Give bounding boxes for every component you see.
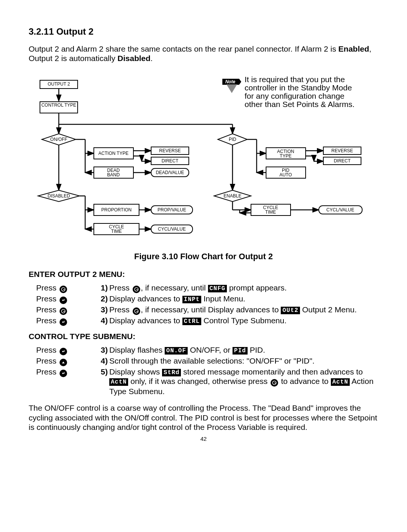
flow-reverse-left: REVERSE bbox=[159, 148, 181, 153]
menu1-steps: Press 1) Press , if necessary, until CNF… bbox=[29, 283, 378, 326]
flow-cyclvalue-right: CYCL/VALUE bbox=[326, 207, 354, 212]
note-word: Note bbox=[225, 79, 236, 84]
svg-marker-1 bbox=[226, 84, 237, 93]
flow-cycletime-left: CYCLETIME bbox=[109, 224, 124, 234]
flowchart-svg: .box { fill:#fff; stroke:#000; stroke-wi… bbox=[29, 73, 379, 245]
flow-enable: ENABLE bbox=[223, 193, 241, 199]
flow-controltype: CONTROL TYPE bbox=[41, 102, 77, 108]
step-row: Press 4) Display advances to CtRL Contro… bbox=[29, 315, 378, 326]
figure-caption: Figure 3.10 Flow Chart for Output 2 bbox=[29, 252, 378, 261]
enter-icon bbox=[60, 348, 67, 355]
enter-icon bbox=[60, 318, 67, 326]
step-row: Press 2) Display advances to INPt Input … bbox=[29, 294, 378, 304]
flow-cyclvalue-left: CYCL/VALUE bbox=[158, 226, 186, 232]
flow-propvalue: PROP/VALUE bbox=[158, 207, 186, 212]
flow-actiontype-left: ACTION TYPE bbox=[98, 151, 129, 156]
menu2-steps: Press 3) Display flashes ON.OF ON/OFF, o… bbox=[29, 345, 378, 396]
menu-icon bbox=[60, 307, 67, 315]
flow-cycletime-right: CYCLETIME bbox=[263, 205, 278, 215]
intro-paragraph: Output 2 and Alarm 2 share the same cont… bbox=[29, 44, 375, 63]
page: 3.2.11 Output 2 Output 2 and Alarm 2 sha… bbox=[0, 0, 407, 532]
menu2-heading: CONTROL TYPE SUBMENU: bbox=[29, 332, 378, 341]
flow-deadband: DEADBAND bbox=[107, 168, 120, 177]
menu-icon bbox=[60, 286, 67, 293]
menu-icon bbox=[271, 379, 278, 387]
flow-proportion: PROPORTION bbox=[101, 207, 132, 212]
note-text: It is required that you put the controll… bbox=[245, 75, 358, 109]
menu1-heading: ENTER OUTPUT 2 MENU: bbox=[29, 269, 378, 279]
flow-reverse-right: REVERSE bbox=[331, 148, 353, 153]
flow-pid: PID bbox=[229, 137, 236, 142]
section-heading: 3.2.11 Output 2 bbox=[29, 26, 378, 37]
enter-icon bbox=[60, 370, 67, 377]
menu-icon bbox=[133, 307, 140, 315]
flowchart: .box { fill:#fff; stroke:#000; stroke-wi… bbox=[29, 73, 378, 245]
enter-icon bbox=[60, 297, 67, 304]
step-row: Press 3) Display flashes ON.OF ON/OFF, o… bbox=[29, 345, 378, 356]
flow-direct-left: DIRECT bbox=[162, 158, 179, 164]
step-row: Press 1) Press , if necessary, until CNF… bbox=[29, 283, 378, 294]
flow-onoff: ON/OFF bbox=[50, 137, 67, 142]
menu-icon bbox=[133, 286, 140, 293]
up-icon bbox=[60, 359, 67, 366]
flow-deadvalue: DEAD/VALUE bbox=[156, 170, 184, 175]
flow-direct-right: DIRECT bbox=[334, 158, 351, 164]
page-number: 42 bbox=[29, 436, 378, 442]
explain-paragraph: The ON/OFF control is a coarse way of co… bbox=[29, 403, 378, 432]
flow-disabled: DISABLED bbox=[47, 193, 70, 199]
step-row: Press 5) Display shows StRd stored messa… bbox=[29, 367, 378, 396]
note-box: Note It is required that you put the con… bbox=[223, 75, 358, 117]
flow-output2: OUTPUT 2 bbox=[47, 81, 70, 87]
step-row: Press 3) Press , if necessary, until Dis… bbox=[29, 304, 378, 315]
step-row: Press 4) Scroll through the available se… bbox=[29, 356, 378, 367]
